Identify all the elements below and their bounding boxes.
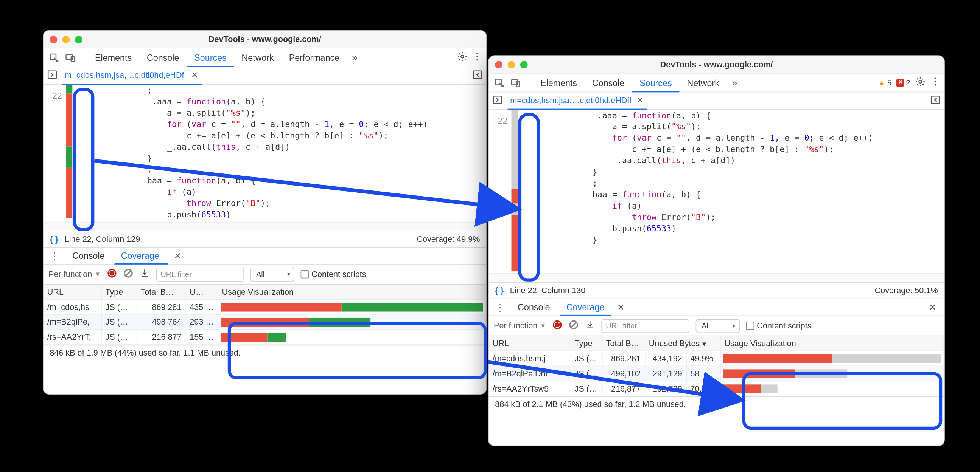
drawer-tab-strip: ⋮ Console Coverage ✕ ✕ — [489, 299, 945, 316]
col-total[interactable]: Total B… — [602, 336, 645, 351]
file-tab-bar: m=cdos,hsm,jsa,…c,dtl0hd,eHDfl ✕ — [489, 92, 945, 110]
tab-performance[interactable]: Performance — [282, 48, 347, 67]
window-title: DevTools - www.google.com/ — [489, 60, 945, 69]
tab-network[interactable]: Network — [679, 73, 727, 92]
window-maximize-icon[interactable] — [75, 35, 83, 43]
file-tab[interactable]: m=cdos,hsm,jsa,…c,dtl0hd,eHDfl ✕ — [508, 92, 647, 110]
table-row[interactable]: /m=cdos,hsm,jJS (… 869,281 434,192 49.9% — [489, 351, 944, 366]
navigator-toggle-icon[interactable] — [47, 70, 57, 82]
cursor-position: Line 22, Column 130 — [510, 286, 585, 295]
warnings-badge[interactable]: ▲5 — [878, 78, 891, 87]
table-row[interactable]: /m=cdos,hsJS (… 869 281435 … — [43, 299, 486, 314]
coverage-scope-select[interactable]: Per function▼ — [494, 321, 546, 330]
file-tab-bar: m=cdos,hsm,jsa,…c,dtl0hd,eHDfl ✕ — [43, 67, 486, 85]
coverage-table[interactable]: URL Type Total B… Unused Bytes▼ Usage Vi… — [489, 336, 945, 396]
inspect-icon[interactable] — [493, 76, 507, 90]
drawer-tab-coverage[interactable]: Coverage — [560, 299, 611, 316]
close-icon[interactable]: ✕ — [635, 96, 644, 105]
svg-point-3 — [461, 55, 463, 58]
col-url[interactable]: URL — [489, 336, 571, 351]
drawer-tab-close-icon[interactable]: ✕ — [172, 250, 184, 261]
table-row[interactable]: /rs=AA2YrT:JS (… 216 877155 … — [43, 329, 486, 345]
url-filter-input[interactable]: URL filter — [156, 267, 245, 281]
svg-point-6 — [476, 59, 478, 61]
pretty-print-icon[interactable]: { } — [495, 286, 504, 295]
cursor-position: Line 22, Column 129 — [65, 234, 140, 244]
file-tab-label: m=cdos,hsm,jsa,…c,dtl0hd,eHDfl — [65, 70, 186, 80]
errors-badge[interactable]: ✕2 — [896, 78, 910, 87]
record-icon[interactable] — [552, 320, 563, 332]
export-icon[interactable] — [585, 320, 595, 332]
content-scripts-checkbox[interactable]: Content scripts — [746, 321, 811, 330]
col-usage[interactable]: Usage Visualization — [720, 336, 944, 351]
col-unused[interactable]: U… — [185, 285, 218, 299]
table-row[interactable]: /m=B2qlPe,DhlJS (… 499,102 291,129 58 — [489, 366, 944, 381]
col-url[interactable]: URL — [43, 285, 102, 299]
url-filter-input[interactable]: URL filter — [601, 319, 690, 333]
settings-icon[interactable] — [457, 51, 468, 63]
record-icon[interactable] — [107, 268, 117, 280]
tab-console[interactable]: Console — [585, 73, 632, 92]
col-type[interactable]: Type — [102, 285, 137, 299]
navigator-toggle-icon[interactable] — [493, 95, 503, 107]
clear-icon[interactable] — [123, 268, 134, 280]
file-tab[interactable]: m=cdos,hsm,jsa,…c,dtl0hd,eHDfl ✕ — [62, 67, 202, 85]
svg-point-5 — [476, 55, 478, 57]
panel-tab-strip: Elements Console Sources Network Perform… — [43, 48, 486, 67]
col-unused[interactable]: Unused Bytes▼ — [645, 336, 720, 351]
type-select[interactable]: All — [250, 267, 294, 281]
pretty-print-icon[interactable]: { } — [49, 234, 58, 244]
svg-point-10 — [110, 271, 114, 275]
drawer-menu-icon[interactable]: ⋮ — [493, 301, 508, 313]
coverage-percent: Coverage: 49.9% — [417, 234, 480, 244]
clear-icon[interactable] — [569, 320, 579, 332]
coverage-scope-select[interactable]: Per function▼ — [48, 269, 101, 279]
tab-network[interactable]: Network — [234, 48, 282, 67]
drawer-tab-coverage[interactable]: Coverage — [115, 247, 168, 265]
tab-sources[interactable]: Sources — [186, 48, 234, 67]
device-toggle-icon[interactable] — [64, 51, 78, 65]
titlebar: DevTools - www.google.com/ — [43, 31, 486, 48]
drawer-tab-close-icon[interactable]: ✕ — [614, 303, 627, 312]
col-type[interactable]: Type — [571, 336, 602, 351]
drawer-close-icon[interactable]: ✕ — [925, 303, 940, 312]
table-row[interactable]: /m=B2qlPe,JS (… 498 764293 … — [43, 314, 486, 329]
more-tabs-icon[interactable]: » — [727, 77, 742, 89]
coverage-table[interactable]: URL Type Total B… U… Usage Visualization… — [43, 285, 486, 345]
code-editor[interactable]: 22 _.aaa = function(a, b) { a = a.split(… — [489, 110, 945, 273]
drawer-tab-console[interactable]: Console — [66, 247, 111, 265]
usage-bar — [723, 369, 941, 378]
kebab-menu-icon[interactable] — [931, 77, 941, 89]
tab-elements[interactable]: Elements — [88, 48, 139, 67]
close-icon[interactable]: ✕ — [189, 70, 199, 80]
content-scripts-checkbox[interactable]: Content scripts — [301, 269, 366, 279]
window-minimize-icon[interactable] — [508, 60, 515, 68]
tab-elements[interactable]: Elements — [533, 73, 585, 92]
inspect-icon[interactable] — [47, 51, 61, 65]
export-icon[interactable] — [140, 268, 150, 280]
tab-sources[interactable]: Sources — [632, 73, 679, 92]
more-tabs-icon[interactable]: » — [347, 52, 363, 63]
window-close-icon[interactable] — [495, 60, 503, 68]
code-editor[interactable]: 22 ; _.aaa = function(a, b) { a = a.spli… — [43, 85, 486, 222]
coverage-percent: Coverage: 50.1% — [875, 286, 938, 295]
col-total[interactable]: Total B… — [137, 285, 186, 299]
settings-icon[interactable] — [915, 77, 926, 89]
device-toggle-icon[interactable] — [509, 76, 523, 90]
window-close-icon[interactable] — [49, 35, 57, 43]
debugger-toggle-icon[interactable] — [472, 70, 482, 82]
svg-point-17 — [935, 81, 937, 83]
coverage-toolbar: Per function▼ URL filter All Content scr… — [489, 316, 945, 336]
titlebar: DevTools - www.google.com/ — [489, 56, 945, 74]
drawer-tab-console[interactable]: Console — [512, 299, 557, 316]
window-maximize-icon[interactable] — [520, 60, 528, 68]
col-usage[interactable]: Usage Visualization — [218, 285, 486, 299]
kebab-menu-icon[interactable] — [472, 51, 482, 63]
drawer-menu-icon[interactable]: ⋮ — [47, 250, 62, 262]
table-row[interactable]: /rs=AA2YrTsw5JS (… 216,877 152,739 70.4% — [489, 381, 944, 396]
tab-console[interactable]: Console — [139, 48, 186, 67]
debugger-toggle-icon[interactable] — [931, 95, 941, 107]
type-select[interactable]: All — [696, 319, 740, 333]
window-minimize-icon[interactable] — [62, 35, 70, 43]
svg-point-16 — [935, 78, 937, 79]
